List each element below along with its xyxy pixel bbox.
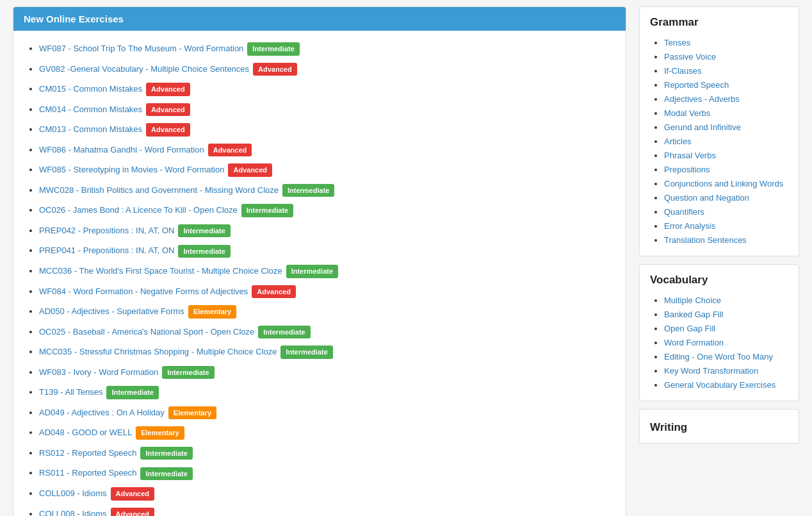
exercise-link[interactable]: CM014 - Common Mistakes	[39, 104, 142, 114]
level-badge: Intermediate	[247, 42, 299, 56]
main-content: New Online Exercises WF087 - School Trip…	[13, 6, 626, 516]
sidebar-grammar-item: Quantifiers	[664, 204, 788, 219]
exercise-link[interactable]: CM013 - Common Mistakes	[39, 124, 142, 134]
sidebar-grammar-link[interactable]: Phrasal Verbs	[664, 151, 716, 160]
level-badge: Intermediate	[241, 204, 293, 217]
level-badge: Intermediate	[106, 386, 158, 399]
level-badge: Advanced	[111, 487, 155, 501]
sidebar-grammar-link[interactable]: Tenses	[664, 38, 690, 47]
sidebar-grammar-link[interactable]: Passive Voice	[664, 52, 716, 62]
level-badge: Advanced	[252, 285, 296, 299]
list-item: WF083 - Ivory - Word FormationIntermedia…	[39, 362, 615, 383]
list-item: RS012 - Reported SpeechIntermediate	[39, 443, 615, 463]
exercise-link[interactable]: WF085 - Stereotyping in Movies - Word Fo…	[39, 165, 224, 174]
exercise-link[interactable]: RS011 - Reported Speech	[39, 468, 136, 478]
level-badge: Intermediate	[162, 366, 214, 379]
exercises-header: New Online Exercises	[13, 7, 626, 31]
sidebar-vocabulary-link[interactable]: Multiple Choice	[664, 295, 721, 305]
sidebar-vocabulary-link[interactable]: Banked Gap Fill	[664, 310, 724, 319]
sidebar-vocabulary-link[interactable]: Key Word Transformation	[664, 366, 758, 376]
sidebar-grammar-item: Phrasal Verbs	[664, 148, 788, 162]
sidebar-vocabulary-item: Editing - One Word Too Many	[664, 349, 788, 363]
exercise-link[interactable]: AD048 - GOOD or WELL	[39, 428, 132, 437]
level-badge: Advanced	[146, 83, 190, 96]
sidebar-vocabulary-item: Key Word Transformation	[664, 363, 788, 378]
list-item: AD050 - Adjectives - Superlative FormsEl…	[39, 301, 615, 322]
list-item: OC026 - James Bond : A Licence To Kill -…	[39, 200, 615, 221]
sidebar-grammar-link[interactable]: Translation Sentences	[664, 235, 747, 245]
exercise-link[interactable]: AD050 - Adjectives - Superlative Forms	[39, 306, 184, 316]
list-item: T139 - All TensesIntermediate	[39, 382, 615, 403]
sidebar-grammar-link[interactable]: Adjectives - Adverbs	[664, 94, 740, 104]
exercise-link[interactable]: PREP042 - Prepositions : IN, AT, ON	[39, 226, 174, 235]
exercises-box: New Online Exercises WF087 - School Trip…	[13, 6, 626, 516]
list-item: PREP042 - Prepositions : IN, AT, ONInter…	[39, 221, 615, 241]
sidebar-grammar-link[interactable]: Prepositions	[664, 165, 710, 174]
level-badge: Intermediate	[140, 447, 192, 460]
grammar-box: Grammar TensesPassive VoiceIf-ClausesRep…	[639, 6, 799, 256]
exercise-link[interactable]: GV082 -General Vocabulary - Multiple Cho…	[39, 64, 249, 74]
list-item: WF087 - School Trip To The Museum - Word…	[39, 38, 615, 59]
sidebar-grammar-item: Modal Verbs	[664, 106, 788, 120]
vocabulary-box: Vocabulary Multiple ChoiceBanked Gap Fil…	[639, 264, 799, 401]
exercise-link[interactable]: OC025 - Baseball - America's National Sp…	[39, 327, 254, 337]
sidebar-grammar-link[interactable]: Reported Speech	[664, 80, 729, 90]
exercise-link[interactable]: WF083 - Ivory - Word Formation	[39, 367, 158, 377]
sidebar-grammar-item: If-Clauses	[664, 63, 788, 78]
list-item: CM014 - Common MistakesAdvanced	[39, 99, 615, 120]
sidebar-grammar-link[interactable]: Modal Verbs	[664, 108, 710, 118]
level-badge: Intermediate	[282, 184, 334, 197]
sidebar-grammar-item: Reported Speech	[664, 78, 788, 92]
vocabulary-title: Vocabulary	[650, 274, 788, 287]
level-badge: Intermediate	[178, 224, 230, 238]
sidebar-grammar-link[interactable]: Conjunctions and Linking Words	[664, 179, 783, 188]
level-badge: Advanced	[146, 123, 190, 137]
sidebar-vocabulary-item: General Vocabulary Exercises	[664, 378, 788, 392]
list-item: WF085 - Stereotyping in Movies - Word Fo…	[39, 160, 615, 180]
exercise-link[interactable]: PREP041 - Prepositions : IN, AT, ON	[39, 246, 174, 255]
sidebar-grammar-item: Prepositions	[664, 162, 788, 176]
exercise-link[interactable]: COLL009 - Idioms	[39, 488, 107, 498]
level-badge: Elementary	[188, 305, 236, 319]
list-item: AD049 - Adjectives : On A HolidayElement…	[39, 403, 615, 423]
sidebar-vocabulary-link[interactable]: Editing - One Word Too Many	[664, 352, 773, 362]
list-item: GV082 -General Vocabulary - Multiple Cho…	[39, 59, 615, 79]
exercise-link[interactable]: MCC035 - Stressful Christmas Shopping - …	[39, 347, 277, 356]
level-badge: Intermediate	[258, 326, 310, 339]
sidebar-grammar-link[interactable]: If-Clauses	[664, 66, 702, 76]
exercise-link[interactable]: RS012 - Reported Speech	[39, 448, 136, 458]
exercise-link[interactable]: CM015 - Common Mistakes	[39, 84, 142, 94]
level-badge: Intermediate	[178, 245, 230, 258]
grammar-list: TensesPassive VoiceIf-ClausesReported Sp…	[650, 35, 788, 247]
sidebar-grammar-item: Translation Sentences	[664, 233, 788, 247]
sidebar-grammar-link[interactable]: Question and Negation	[664, 193, 749, 203]
exercise-link[interactable]: AD049 - Adjectives : On A Holiday	[39, 408, 165, 417]
exercise-link[interactable]: T139 - All Tenses	[39, 387, 102, 397]
list-item: MCC035 - Stressful Christmas Shopping - …	[39, 342, 615, 362]
list-item: MWC028 - British Politics and Government…	[39, 180, 615, 201]
exercise-link[interactable]: WF087 - School Trip To The Museum - Word…	[39, 44, 243, 53]
sidebar-grammar-item: Passive Voice	[664, 49, 788, 63]
exercise-link[interactable]: WF084 - Word Formation - Negative Forms …	[39, 287, 248, 296]
sidebar-vocabulary-link[interactable]: General Vocabulary Exercises	[664, 380, 775, 390]
list-item: COLL009 - IdiomsAdvanced	[39, 483, 615, 504]
level-badge: Elementary	[168, 406, 216, 420]
sidebar-vocabulary-link[interactable]: Word Formation	[664, 338, 724, 347]
level-badge: Intermediate	[280, 345, 332, 359]
exercise-link[interactable]: MCC036 - The World's First Space Tourist…	[39, 266, 282, 276]
exercise-link[interactable]: COLL008 - Idioms	[39, 509, 107, 516]
sidebar-grammar-link[interactable]: Error Analysis	[664, 221, 715, 231]
exercise-link[interactable]: WF086 - Mahatma Gandhi - Word Formation	[39, 145, 204, 154]
sidebar-grammar-link[interactable]: Quantifiers	[664, 207, 704, 217]
list-item: OC025 - Baseball - America's National Sp…	[39, 322, 615, 342]
exercise-link[interactable]: OC026 - James Bond : A Licence To Kill -…	[39, 205, 238, 215]
vocabulary-list: Multiple ChoiceBanked Gap FillOpen Gap F…	[650, 293, 788, 392]
sidebar-vocabulary-link[interactable]: Open Gap Fill	[664, 324, 715, 333]
grammar-title: Grammar	[650, 16, 788, 29]
sidebar-grammar-link[interactable]: Articles	[664, 137, 692, 146]
level-badge: Advanced	[146, 103, 190, 117]
sidebar-grammar-item: Articles	[664, 134, 788, 148]
list-item: CM015 - Common MistakesAdvanced	[39, 79, 615, 99]
exercise-link[interactable]: MWC028 - British Politics and Government…	[39, 185, 279, 195]
sidebar-grammar-link[interactable]: Gerund and Infinitive	[664, 122, 741, 132]
